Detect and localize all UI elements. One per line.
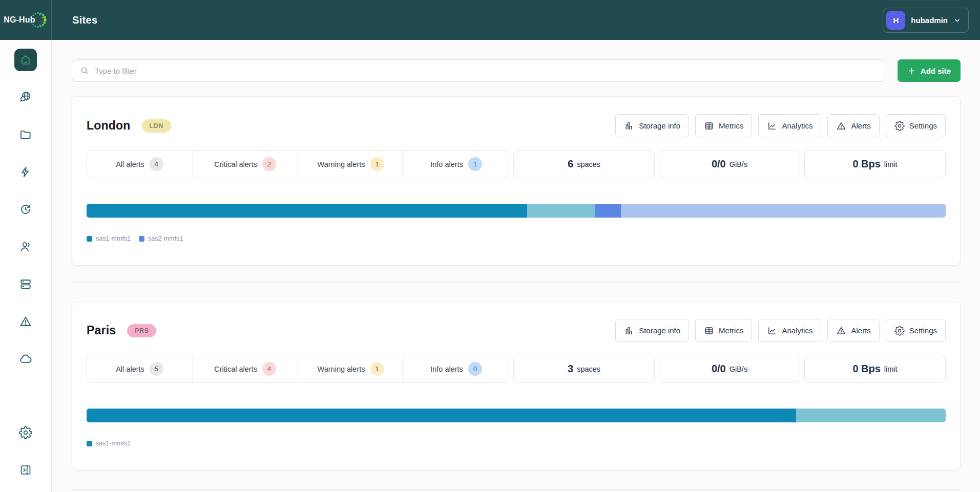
analytics-label: Analytics — [782, 326, 812, 335]
site-actions: Storage info Metrics Analytics Alerts — [615, 319, 946, 342]
sidebar — [0, 40, 52, 492]
analytics-label: Analytics — [782, 121, 812, 130]
legend-label: sas1-mmfs1 — [96, 235, 131, 242]
brand: NG-Hub — [4, 10, 48, 30]
site-code-badge: PRS — [127, 324, 156, 337]
sidebar-item-cloud[interactable] — [19, 352, 32, 366]
legend-swatch — [87, 236, 92, 242]
all-alerts-count: 4 — [150, 157, 163, 171]
storage-info-button[interactable]: Storage info — [615, 319, 689, 342]
all-alerts-cell[interactable]: All alerts 4 — [87, 151, 192, 178]
info-alerts-cell[interactable]: Info alerts 0 — [403, 355, 509, 382]
info-alerts-label: Info alerts — [430, 365, 463, 373]
sidebar-item-home[interactable] — [14, 49, 37, 71]
usage-bar-segment — [527, 204, 595, 218]
users-icon — [19, 240, 32, 253]
sidebar-item-explore[interactable] — [19, 91, 32, 104]
critical-alerts-count: 4 — [262, 362, 276, 376]
sidebar-item-alerts[interactable] — [19, 315, 32, 328]
legend-label: sas2-mmfs1 — [148, 235, 183, 242]
sidebar-item-history[interactable] — [19, 203, 32, 216]
logo: NG-Hub — [0, 0, 52, 40]
sidebar-item-users[interactable] — [19, 240, 32, 253]
add-site-label: Add site — [921, 67, 951, 75]
storage-servers-icon — [19, 277, 32, 291]
all-alerts-cell[interactable]: All alerts 5 — [87, 355, 192, 382]
warning-alerts-label: Warning alerts — [318, 365, 365, 373]
usage-legend: sas1-mmfs1 — [87, 440, 946, 447]
sidebar-item-folders[interactable] — [19, 128, 32, 141]
spaces-stat: 6 spaces — [513, 150, 655, 178]
metrics-label: Metrics — [719, 326, 743, 335]
settings-button[interactable]: Settings — [886, 319, 946, 342]
bar-chart-icon — [624, 326, 634, 336]
critical-alerts-label: Critical alerts — [214, 365, 257, 373]
home-icon — [19, 54, 32, 66]
settings-gear-icon — [19, 426, 32, 439]
user-menu[interactable]: H hubadmin — [883, 8, 969, 33]
table-grid-icon — [704, 121, 714, 131]
plus-icon — [907, 67, 916, 75]
settings-button[interactable]: Settings — [886, 114, 946, 137]
alerts-button[interactable]: Alerts — [827, 114, 879, 137]
gear-icon — [894, 326, 905, 336]
spaces-value: 3 — [568, 363, 573, 375]
brand-text: NG-Hub — [4, 15, 35, 25]
alerts-button[interactable]: Alerts — [827, 319, 879, 342]
explore-globe-icon — [19, 91, 32, 104]
warning-alerts-cell[interactable]: Warning alerts 1 — [298, 151, 403, 178]
sidebar-item-settings[interactable] — [19, 426, 32, 439]
legend-swatch — [139, 236, 144, 242]
warning-alerts-count: 1 — [370, 157, 384, 171]
limit-suffix: limit — [884, 365, 898, 373]
warning-alerts-cell[interactable]: Warning alerts 1 — [298, 355, 403, 382]
history-clock-icon — [19, 203, 32, 216]
filter-search-box — [72, 59, 885, 82]
metrics-button[interactable]: Metrics — [695, 114, 752, 137]
warning-alerts-label: Warning alerts — [318, 160, 365, 168]
info-alerts-count: 0 — [468, 362, 482, 376]
info-alerts-cell[interactable]: Info alerts 1 — [403, 151, 509, 178]
limit-value: 0 Bps — [852, 158, 880, 170]
site-stats-row: All alerts 5 Critical alerts 4 Warning a… — [87, 355, 946, 383]
analytics-button[interactable]: Analytics — [758, 319, 821, 342]
storage-usage-bar — [87, 204, 946, 218]
legend-label: sas1-mmfs1 — [96, 440, 131, 447]
line-chart-icon — [767, 121, 777, 131]
throughput-stat: 0/0 GiB/s — [659, 355, 800, 383]
warning-triangle-icon — [836, 326, 846, 336]
throughput-suffix: GiB/s — [729, 365, 747, 373]
site-actions: Storage info Metrics Analytics Alerts — [615, 114, 946, 137]
storage-usage-bar — [87, 409, 946, 422]
sidebar-item-events[interactable] — [19, 165, 32, 179]
lightning-icon — [19, 165, 32, 179]
critical-alerts-cell[interactable]: Critical alerts 4 — [192, 355, 298, 382]
line-chart-icon — [767, 326, 777, 336]
metrics-button[interactable]: Metrics — [695, 319, 752, 342]
chevron-down-icon — [953, 16, 961, 24]
analytics-button[interactable]: Analytics — [758, 114, 821, 137]
card-divider — [72, 489, 961, 490]
toolbar: Add site — [72, 59, 961, 82]
site-stats-row: All alerts 4 Critical alerts 2 Warning a… — [87, 150, 946, 178]
add-site-button[interactable]: Add site — [898, 59, 961, 82]
legend-swatch — [87, 441, 92, 446]
sidebar-collapse-toggle[interactable] — [19, 463, 32, 477]
usage-bar-segment — [87, 409, 796, 422]
filter-input[interactable] — [95, 67, 877, 75]
usage-bar-segment — [796, 409, 946, 422]
alerts-summary: All alerts 4 Critical alerts 2 Warning a… — [87, 150, 509, 178]
critical-alerts-cell[interactable]: Critical alerts 2 — [192, 151, 298, 178]
storage-info-button[interactable]: Storage info — [615, 114, 689, 137]
sidebar-item-storage[interactable] — [19, 277, 32, 291]
top-bar: NG-Hub Sites H hubadmin — [0, 0, 980, 40]
site-card-header: Paris PRS Storage info Metrics Analytics — [87, 319, 946, 342]
bar-chart-icon — [624, 121, 634, 131]
main-content: Add site London LDN Storage info Metrics — [52, 40, 980, 492]
card-divider — [72, 282, 961, 283]
throughput-value: 0/0 — [712, 363, 726, 375]
warning-alerts-count: 1 — [370, 362, 384, 376]
limit-stat: 0 Bps limit — [804, 355, 946, 383]
page-title: Sites — [72, 14, 97, 26]
storage-info-label: Storage info — [639, 121, 680, 130]
